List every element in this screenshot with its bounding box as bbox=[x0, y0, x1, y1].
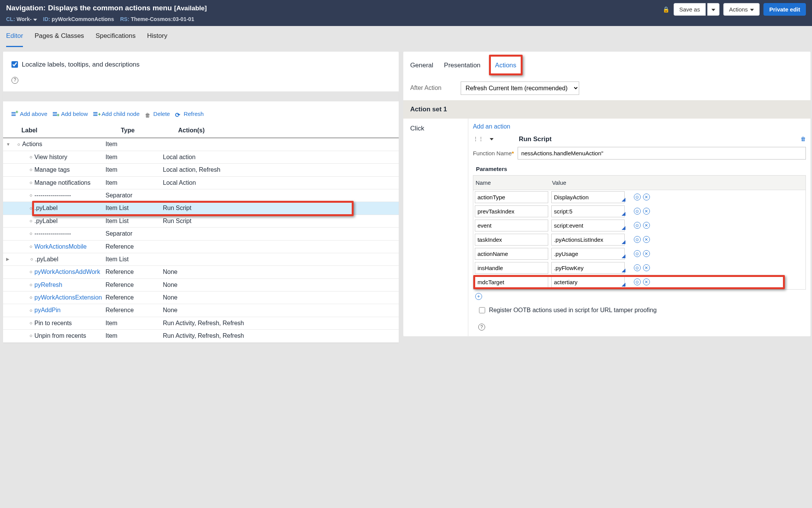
smartprompt-icon[interactable] bbox=[622, 212, 625, 216]
param-delete-icon[interactable]: ✕ bbox=[643, 194, 650, 200]
tree-row[interactable]: Unpin from recentsItemRun Activity, Refr… bbox=[3, 330, 399, 342]
param-target-icon[interactable]: ⊙ bbox=[634, 236, 641, 243]
param-target-icon[interactable]: ⊙ bbox=[634, 278, 641, 285]
tab-specifications[interactable]: Specifications bbox=[96, 26, 136, 47]
param-name-input[interactable] bbox=[475, 276, 548, 288]
tree-col-actions: Action(s) bbox=[178, 126, 391, 135]
param-name-input[interactable] bbox=[475, 234, 548, 246]
param-value-input[interactable] bbox=[551, 191, 625, 203]
cl-value[interactable]: Work- bbox=[16, 16, 31, 22]
param-delete-icon[interactable]: ✕ bbox=[643, 208, 650, 215]
param-value-input[interactable] bbox=[551, 234, 625, 246]
actions-button[interactable]: Actions bbox=[723, 3, 760, 16]
tree-row[interactable]: View historyItemLocal action bbox=[3, 151, 399, 164]
refresh-tree-button[interactable]: Refresh bbox=[175, 110, 204, 118]
node-bullet-icon bbox=[30, 182, 32, 184]
param-target-icon[interactable]: ⊙ bbox=[634, 208, 641, 215]
tree-row-label[interactable]: pyRefresh bbox=[34, 281, 62, 289]
param-value-input[interactable] bbox=[551, 262, 625, 274]
param-value-input[interactable] bbox=[551, 220, 625, 231]
param-delete-icon[interactable]: ✕ bbox=[643, 236, 650, 243]
tree-row[interactable]: pyWorkActionsExtensionReferenceNone bbox=[3, 291, 399, 304]
param-delete-icon[interactable]: ✕ bbox=[643, 278, 650, 285]
smartprompt-icon[interactable] bbox=[622, 269, 625, 272]
localize-checkbox-label[interactable]: Localize labels, tooltips, and descripti… bbox=[11, 60, 391, 69]
tree-row[interactable]: Manage notificationsItemLocal Action bbox=[3, 177, 399, 189]
param-value-input[interactable] bbox=[551, 248, 625, 260]
smartprompt-icon[interactable] bbox=[622, 198, 625, 202]
ptab-general[interactable]: General bbox=[410, 59, 433, 75]
function-name-input[interactable] bbox=[518, 147, 806, 160]
tab-editor[interactable]: Editor bbox=[6, 26, 23, 47]
tree-row-label[interactable]: WorkActionsMobile bbox=[34, 243, 87, 251]
tree-row[interactable]: Pin to recentsItemRun Activity, Refresh,… bbox=[3, 317, 399, 330]
tree-row-label[interactable]: pyAddPin bbox=[34, 306, 61, 314]
register-ootb-checkbox[interactable] bbox=[479, 307, 485, 313]
chevron-down-icon[interactable] bbox=[490, 135, 494, 143]
tree-row[interactable]: .pyLabelItem ListRun Script bbox=[3, 202, 399, 215]
param-target-icon[interactable]: ⊙ bbox=[634, 264, 641, 271]
help-icon[interactable]: ? bbox=[11, 77, 18, 84]
param-name-input[interactable] bbox=[475, 262, 548, 274]
tree-row[interactable]: ------------------Separator bbox=[3, 228, 399, 240]
smartprompt-icon[interactable] bbox=[622, 226, 625, 230]
tree-row[interactable]: pyRefreshReferenceNone bbox=[3, 279, 399, 291]
drag-handle-icon[interactable]: ⋮⋮ bbox=[473, 135, 484, 143]
localize-checkbox[interactable] bbox=[11, 61, 18, 68]
tree-row[interactable]: .pyLabelItem ListRun Script bbox=[3, 215, 399, 228]
tree-row[interactable]: WorkActionsMobileReference bbox=[3, 241, 399, 253]
after-action-select[interactable]: Refresh Current Item (recommended) bbox=[461, 81, 579, 95]
tree-row[interactable]: ------------------Separator bbox=[3, 189, 399, 202]
param-value-input[interactable] bbox=[551, 276, 625, 288]
param-name-input[interactable] bbox=[475, 248, 548, 260]
node-bullet-icon bbox=[30, 284, 32, 286]
param-value-input[interactable] bbox=[551, 205, 625, 217]
tree-row-type: Reference bbox=[106, 268, 163, 276]
tree-row[interactable]: ▶.pyLabelItem List bbox=[3, 253, 399, 266]
tree-row[interactable]: pyWorkActionsAddWorkReferenceNone bbox=[3, 266, 399, 278]
tree-row[interactable]: Manage tagsItemLocal action, Refresh bbox=[3, 164, 399, 176]
smartprompt-icon[interactable] bbox=[622, 240, 625, 244]
tree-row-actions: Run Script bbox=[163, 204, 392, 212]
add-parameter-button[interactable]: + bbox=[473, 290, 806, 301]
smartprompt-icon[interactable] bbox=[622, 254, 625, 258]
smartprompt-icon[interactable] bbox=[622, 283, 625, 287]
tree-row-label-cell: WorkActionsMobile bbox=[6, 243, 106, 251]
param-target-icon[interactable]: ⊙ bbox=[634, 250, 641, 257]
tab-pages-classes[interactable]: Pages & Classes bbox=[34, 26, 84, 47]
tree-row[interactable]: pyAddPinReferenceNone bbox=[3, 304, 399, 317]
add-above-button[interactable]: Add above bbox=[11, 110, 47, 118]
tab-history[interactable]: History bbox=[147, 26, 167, 47]
delete-action-icon[interactable]: 🗑 bbox=[801, 135, 806, 143]
help-icon[interactable]: ? bbox=[478, 324, 485, 331]
add-above-icon bbox=[11, 111, 18, 116]
add-below-button[interactable]: Add below bbox=[53, 110, 88, 118]
param-delete-icon[interactable]: ✕ bbox=[643, 222, 650, 229]
add-action-link[interactable]: Add an action bbox=[473, 122, 510, 131]
param-target-icon[interactable]: ⊙ bbox=[634, 194, 641, 200]
save-as-dropdown[interactable] bbox=[707, 3, 719, 16]
ptab-actions[interactable]: Actions bbox=[495, 59, 516, 75]
param-row: ⊙✕ bbox=[473, 204, 806, 218]
tree-row-label[interactable]: pyWorkActionsExtension bbox=[34, 293, 102, 302]
rule-meta: CL: Work- ID: pyWorkCommonActions RS: Th… bbox=[6, 16, 663, 23]
collapse-icon[interactable]: ▼ bbox=[6, 142, 11, 147]
save-as-button[interactable]: Save as bbox=[674, 3, 706, 16]
param-name-input[interactable] bbox=[475, 220, 548, 231]
add-child-icon bbox=[93, 111, 99, 116]
param-delete-icon[interactable]: ✕ bbox=[643, 250, 650, 257]
chevron-down-icon[interactable] bbox=[33, 18, 37, 22]
param-name-input[interactable] bbox=[475, 191, 548, 203]
tree-row[interactable]: ▼ActionsItem bbox=[3, 138, 399, 151]
rule-title: Navigation: Displays the common actions … bbox=[6, 3, 663, 13]
delete-node-button[interactable]: Delete bbox=[145, 110, 170, 118]
private-edit-button[interactable]: Private edit bbox=[763, 3, 806, 16]
ptab-presentation[interactable]: Presentation bbox=[444, 59, 480, 75]
tree-row-label[interactable]: pyWorkActionsAddWork bbox=[34, 268, 100, 276]
param-target-icon[interactable]: ⊙ bbox=[634, 222, 641, 229]
add-child-button[interactable]: Add child node bbox=[93, 110, 140, 118]
param-name-input[interactable] bbox=[475, 205, 548, 217]
param-delete-icon[interactable]: ✕ bbox=[643, 264, 650, 271]
rule-header: Navigation: Displays the common actions … bbox=[0, 0, 812, 26]
expand-icon[interactable]: ▶ bbox=[6, 256, 11, 262]
